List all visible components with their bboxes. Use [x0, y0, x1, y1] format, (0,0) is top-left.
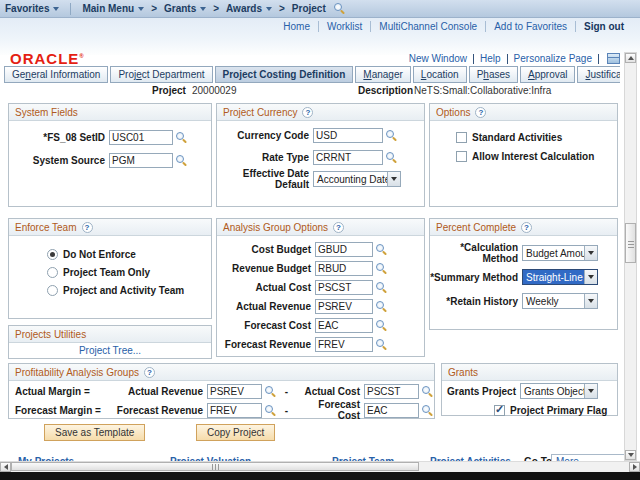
forecast-revenue-input[interactable]: [315, 337, 373, 352]
lookup-icon[interactable]: [264, 385, 277, 398]
worklist-link[interactable]: Worklist: [327, 21, 362, 32]
system-fields-title: System Fields: [9, 104, 211, 121]
tab-general-information[interactable]: General Information: [4, 66, 108, 83]
help-icon[interactable]: ?: [521, 222, 532, 233]
lookup-icon[interactable]: [175, 131, 188, 144]
actual-revenue-margin-input[interactable]: [207, 384, 262, 399]
help-icon[interactable]: ?: [82, 222, 93, 233]
tab-project-department[interactable]: Project Department: [110, 66, 212, 83]
tab-phases[interactable]: Phases: [469, 66, 518, 83]
help-icon[interactable]: ?: [144, 367, 155, 378]
home-link[interactable]: Home: [283, 21, 310, 32]
forecast-revenue-label: Forecast Revenue: [217, 339, 315, 350]
help-link[interactable]: Help: [480, 53, 501, 64]
vertical-scrollbar[interactable]: [624, 52, 637, 461]
personalize-page-link[interactable]: Personalize Page: [514, 53, 592, 64]
sign-out-link[interactable]: Sign out: [584, 21, 624, 32]
lookup-icon[interactable]: [375, 338, 388, 351]
setid-input[interactable]: [109, 130, 173, 145]
actual-cost-margin-input[interactable]: [364, 384, 419, 399]
dropdown-arrow-icon[interactable]: [584, 384, 597, 398]
breadcrumb-project[interactable]: Project: [287, 3, 331, 14]
lookup-icon[interactable]: [264, 404, 277, 417]
horizontal-scrollbar[interactable]: [0, 461, 640, 472]
tab-approval[interactable]: Approval: [520, 66, 575, 83]
field-row: Actual Margin = Actual Revenue - Actual …: [9, 383, 434, 399]
allow-interest-calculation-checkbox[interactable]: [456, 151, 467, 162]
rate-type-input[interactable]: [313, 150, 383, 165]
dropdown-arrow-icon[interactable]: [584, 246, 597, 260]
scroll-right-button[interactable]: [629, 462, 640, 472]
calculation-method-select[interactable]: Budget Amou: [522, 245, 598, 261]
breadcrumb-search-icon[interactable]: [333, 2, 346, 15]
help-icon[interactable]: ?: [333, 222, 344, 233]
lookup-icon[interactable]: [175, 154, 188, 167]
help-icon[interactable]: ?: [475, 107, 486, 118]
tab-project-costing-definition[interactable]: Project Costing Definition: [215, 66, 354, 83]
new-window-link[interactable]: New Window: [409, 53, 467, 64]
main-menu[interactable]: Main Menu: [77, 3, 149, 14]
save-as-template-button[interactable]: Save as Template: [44, 424, 145, 441]
lookup-icon[interactable]: [375, 300, 388, 313]
cost-budget-input[interactable]: [315, 242, 373, 257]
checkbox-row: Project Primary Flag: [494, 402, 617, 418]
field-row: Currency Code: [217, 127, 424, 143]
personalize-layout-icon[interactable]: [607, 53, 620, 64]
project-and-activity-team-label: Project and Activity Team: [63, 285, 184, 296]
project-tree-link[interactable]: Project Tree...: [79, 345, 141, 356]
breadcrumb-grants[interactable]: Grants: [159, 3, 211, 14]
lookup-icon[interactable]: [421, 385, 434, 398]
standard-activities-checkbox[interactable]: [456, 132, 467, 143]
lookup-icon[interactable]: [375, 262, 388, 275]
project-primary-flag-checkbox[interactable]: [494, 405, 505, 416]
scroll-down-button[interactable]: [625, 450, 636, 460]
lookup-icon[interactable]: [375, 281, 388, 294]
retain-history-select[interactable]: Weekly: [522, 293, 598, 309]
tab-manager[interactable]: Manager: [355, 66, 410, 83]
field-row: Forecast Revenue: [217, 336, 424, 352]
forecast-revenue-margin-label: Forecast Revenue: [111, 405, 207, 416]
lookup-icon[interactable]: [385, 129, 398, 142]
project-label: Project: [152, 85, 186, 96]
multichannel-console-link[interactable]: MultiChannel Console: [379, 21, 477, 32]
lookup-icon[interactable]: [421, 404, 434, 417]
profitability-title: Profitability Analysis Groups ?: [9, 364, 434, 381]
lookup-icon[interactable]: [375, 243, 388, 256]
vertical-scrollbar-thumb[interactable]: [625, 223, 636, 263]
effective-date-default-select[interactable]: Accounting Date: [313, 171, 401, 187]
add-to-favorites-link[interactable]: Add to Favorites: [494, 21, 567, 32]
standard-activities-label: Standard Activities: [472, 132, 562, 143]
scroll-left-button[interactable]: [0, 462, 11, 472]
tab-justification[interactable]: Justification: [577, 66, 620, 83]
breadcrumb-awards[interactable]: Awards: [221, 3, 277, 14]
favorites-menu[interactable]: Favorites: [0, 3, 64, 14]
window-bottom-bar: [0, 472, 640, 480]
grants-project-select[interactable]: Grants Object: [520, 383, 598, 399]
actual-revenue-input[interactable]: [315, 299, 373, 314]
tab-location[interactable]: Location: [413, 66, 467, 83]
tab-strip: General Information Project Department P…: [4, 66, 620, 83]
dropdown-arrow-icon[interactable]: [584, 270, 597, 284]
currency-code-input[interactable]: [313, 128, 383, 143]
horizontal-scrollbar-thumb[interactable]: [11, 462, 419, 471]
help-icon[interactable]: ?: [302, 107, 313, 118]
copy-project-button[interactable]: Copy Project: [196, 424, 275, 441]
dropdown-arrow-icon[interactable]: [584, 294, 597, 308]
project-team-only-radio[interactable]: [47, 267, 58, 278]
calculation-method-label: *Calculation Method: [430, 242, 522, 264]
forecast-cost-margin-input[interactable]: [364, 403, 419, 418]
forecast-cost-input[interactable]: [315, 318, 373, 333]
lookup-icon[interactable]: [385, 151, 398, 164]
revenue-budget-input[interactable]: [315, 261, 373, 276]
project-and-activity-team-radio[interactable]: [47, 285, 58, 296]
actual-cost-input[interactable]: [315, 280, 373, 295]
forecast-cost-margin-label: Forecast Cost: [296, 399, 364, 421]
checkbox-row: Standard Activities: [456, 129, 617, 145]
forecast-revenue-margin-input[interactable]: [207, 403, 262, 418]
dropdown-arrow-icon[interactable]: [387, 172, 400, 186]
system-source-input[interactable]: [109, 153, 173, 168]
summary-method-select[interactable]: Straight-Line: [522, 269, 598, 285]
scroll-up-button[interactable]: [625, 53, 636, 63]
do-not-enforce-radio[interactable]: [47, 249, 58, 260]
lookup-icon[interactable]: [375, 319, 388, 332]
